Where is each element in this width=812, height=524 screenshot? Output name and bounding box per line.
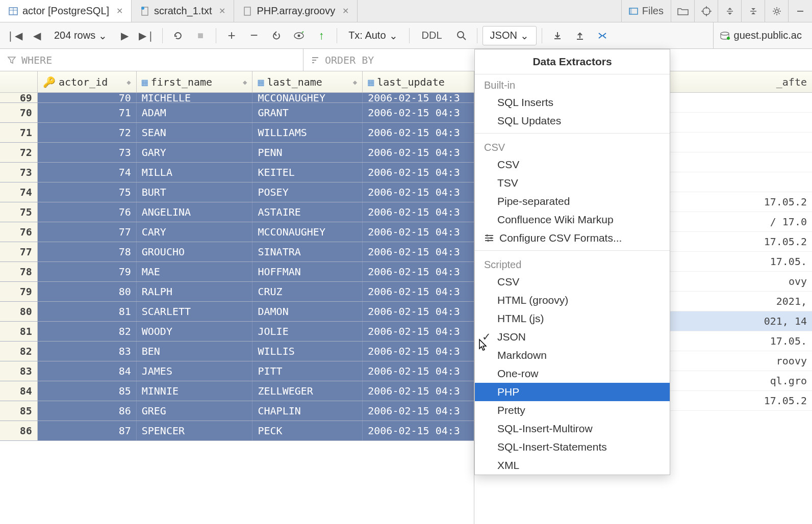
cell-last-update[interactable]: 2006-02-15 04:3 [363,302,474,321]
column-header-actor-id[interactable]: 🔑actor_id ◆ [38,71,137,92]
cell-actor-id[interactable]: 84 [38,361,137,381]
cell-last-name[interactable]: JOLIE [252,322,363,341]
cell-actor-id[interactable]: 72 [38,123,137,142]
data-extractors-menu[interactable]: Data Extractors Built-inSQL InsertsSQL U… [474,49,670,475]
stop-icon[interactable]: ■ [190,25,211,46]
expand-all-icon[interactable] [718,0,742,22]
cell-first-name[interactable]: BEN [137,342,253,361]
table-row[interactable]: 8384JAMESPITT2006-02-15 04:3 [0,361,474,381]
cell-last-name[interactable]: HOFFMAN [252,262,363,281]
menu-item[interactable]: CSV [475,273,670,291]
cell-last-update[interactable]: 2006-02-15 04:3 [363,163,474,182]
menu-item[interactable]: XML [475,456,670,475]
table-row[interactable]: 7879MAEHOFFMAN2006-02-15 04:3 [0,262,474,282]
menu-item[interactable]: SQL-Insert-Statements [475,438,670,456]
cell-last-name[interactable]: PECK [252,421,363,440]
menu-item[interactable]: Pretty [475,401,670,420]
next-page-icon[interactable]: ▶ [114,25,135,46]
cell-actor-id[interactable]: 81 [38,302,137,321]
cell-first-name[interactable]: CARY [137,222,253,242]
cell-last-update[interactable]: 2006-02-15 04:3 [363,262,474,281]
first-page-icon[interactable]: ❘◀ [4,25,24,46]
menu-item[interactable]: PHP [475,383,670,401]
cell-last-name[interactable]: CHAPLIN [252,401,363,421]
table-row[interactable]: 7172SEANWILLIAMS2006-02-15 04:3 [0,123,474,143]
table-row[interactable]: 8283BENWILLIS2006-02-15 04:3 [0,342,474,361]
compare-icon[interactable] [592,25,613,46]
close-icon[interactable]: ✕ [219,6,225,16]
menu-item[interactable]: SQL Inserts [475,93,670,112]
menu-item[interactable]: Confluence Wiki Markup [475,211,670,229]
tx-mode-picker[interactable]: Tx: Auto ⌄ [342,30,403,42]
menu-item[interactable]: Pipe-separated [475,192,670,211]
cell-last-name[interactable]: SINATRA [252,242,363,261]
remove-row-icon[interactable]: − [244,25,264,46]
table-row[interactable]: 8182WOODYJOLIE2006-02-15 04:3 [0,322,474,342]
cell-last-update[interactable]: 2006-02-15 04:3 [363,103,474,122]
ddl-button[interactable]: DDL [415,25,449,46]
cell-last-update[interactable]: 2006-02-15 04:3 [363,202,474,222]
gear-icon[interactable] [765,0,789,22]
extractor-picker[interactable]: JSON ⌄ [483,26,537,45]
cell-first-name[interactable]: JAMES [137,361,253,381]
cell-first-name[interactable]: GARY [137,143,253,162]
column-header-last-update[interactable]: ▦last_update [363,71,474,92]
cell-first-name[interactable]: ANGELINA [137,202,253,222]
cell-last-update[interactable]: 2006-02-15 04:3 [363,143,474,162]
table-row[interactable]: 7071ADAMGRANT2006-02-15 04:3 [0,103,474,123]
export-download-icon[interactable] [547,25,568,46]
cell-last-update[interactable]: 2006-02-15 04:3 [363,322,474,341]
menu-item[interactable]: CSV [475,155,670,174]
cell-first-name[interactable]: MINNIE [137,381,253,401]
menu-item[interactable]: Markdown [475,346,670,364]
cell-last-update[interactable]: 2006-02-15 04:3 [363,342,474,361]
table-row[interactable]: 8586GREGCHAPLIN2006-02-15 04:3 [0,401,474,421]
table-row[interactable]: 7980RALPHCRUZ2006-02-15 04:3 [0,282,474,302]
target-icon[interactable] [695,0,718,22]
cell-actor-id[interactable]: 71 [38,103,137,122]
cell-first-name[interactable]: MILLA [137,163,253,182]
cell-first-name[interactable]: MAE [137,262,253,281]
cell-actor-id[interactable]: 75 [38,182,137,202]
cell-first-name[interactable]: GREG [137,401,253,421]
cell-last-update[interactable]: 2006-02-15 04:3 [363,361,474,381]
where-filter[interactable]: WHERE [0,49,303,71]
cell-first-name[interactable]: SCARLETT [137,302,253,321]
cell-actor-id[interactable]: 85 [38,381,137,401]
cell-first-name[interactable]: WOODY [137,322,253,341]
cell-last-name[interactable]: WILLIS [252,342,363,361]
close-icon[interactable]: ✕ [342,6,349,16]
cell-last-name[interactable]: CRUZ [252,282,363,301]
cell-first-name[interactable]: MICHELLE [137,93,253,102]
cell-last-name[interactable]: PITT [252,361,363,381]
table-row[interactable]: 7475BURTPOSEY2006-02-15 04:3 [0,182,474,202]
cell-last-update[interactable]: 2006-02-15 04:3 [363,222,474,242]
cell-first-name[interactable]: ADAM [137,103,253,122]
cell-last-name[interactable]: WILLIAMS [252,123,363,142]
files-button[interactable]: Files [622,0,671,22]
last-page-icon[interactable]: ▶❘ [137,25,157,46]
cell-last-update[interactable]: 2006-02-15 04:3 [363,93,474,102]
revert-icon[interactable] [266,25,287,46]
cell-actor-id[interactable]: 80 [38,282,137,301]
table-row[interactable]: 7273GARYPENN2006-02-15 04:3 [0,143,474,163]
cell-actor-id[interactable]: 83 [38,342,137,361]
menu-item[interactable]: SQL-Insert-Multirow [475,420,670,438]
table-row[interactable]: 8081SCARLETTDAMON2006-02-15 04:3 [0,302,474,322]
cell-actor-id[interactable]: 74 [38,163,137,182]
cell-last-name[interactable]: DAMON [252,302,363,321]
cell-actor-id[interactable]: 87 [38,421,137,440]
cell-last-name[interactable]: KEITEL [252,163,363,182]
add-row-icon[interactable]: + [221,25,242,46]
submit-icon[interactable]: ↑ [311,25,332,46]
cell-first-name[interactable]: SPENCER [137,421,253,440]
tab-actor[interactable]: actor [PostgreSQL] ✕ [0,0,132,22]
cell-last-name[interactable]: PENN [252,143,363,162]
cell-last-name[interactable]: MCCONAUGHEY [252,93,363,102]
table-row[interactable]: 8485MINNIEZELLWEGER2006-02-15 04:3 [0,381,474,401]
sort-icon[interactable]: ◆ [353,78,357,86]
cell-last-name[interactable]: GRANT [252,103,363,122]
column-header-first-name[interactable]: ▦first_name ◆ [137,71,253,92]
cell-last-update[interactable]: 2006-02-15 04:3 [363,381,474,401]
menu-item[interactable]: TSV [475,174,670,192]
